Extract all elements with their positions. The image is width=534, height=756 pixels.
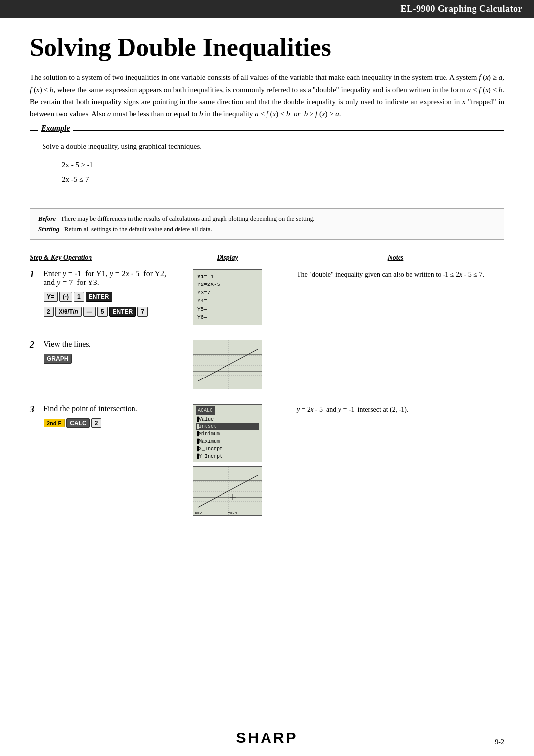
key-7[interactable]: 7 xyxy=(137,307,148,317)
key-neg[interactable]: (-) xyxy=(59,292,72,302)
key-calc[interactable]: CALC xyxy=(66,418,89,428)
example-box: Example Solve a double inequality, using… xyxy=(30,130,504,196)
key-1[interactable]: 1 xyxy=(74,292,84,302)
menu-item-3-minimum: ▐Minimum xyxy=(196,430,259,438)
calc-screen-graph-2 xyxy=(193,340,262,389)
starting-text: Return all settings to the default value… xyxy=(64,225,212,233)
starting-label: Starting xyxy=(38,225,59,233)
screen-line-6: Y6= xyxy=(197,313,258,322)
page-title: Solving Double Inequalities xyxy=(30,33,504,61)
menu-item-2-intsct: ▐Intsct xyxy=(196,423,259,430)
menu-item-4-maximum: ▐Maximum xyxy=(196,438,259,445)
example-label: Example xyxy=(38,124,73,133)
step-3-notes: y = 2x - 5 and y = -1 intersect at (2, -… xyxy=(287,404,504,415)
menu-item-5-xincrpt: ▐X_Incrpt xyxy=(196,445,259,453)
svg-text:X=2: X=2 xyxy=(195,511,202,515)
page-header: EL-9900 Graphing Calculator xyxy=(0,0,534,18)
step-2-description: View the lines. xyxy=(44,340,90,349)
svg-rect-0 xyxy=(193,340,262,389)
step-3-operation: 3 Find the point of intersection. 2nd F … xyxy=(30,404,168,428)
step-1-operation: 1 Enter y = -1 for Y1, y = 2x - 5 for Y2… xyxy=(30,269,168,317)
step-2-text: View the lines. GRAPH xyxy=(44,340,90,364)
step-row-1: 1 Enter y = -1 for Y1, y = 2x - 5 for Y2… xyxy=(30,269,504,325)
before-line: Before There may be differences in the r… xyxy=(38,214,496,224)
step-1-notes: The "double" inequality given can also b… xyxy=(287,269,504,280)
notice-box: Before There may be differences in the r… xyxy=(30,208,504,240)
step-row-2: 2 View the lines. GRAPH xyxy=(30,340,504,389)
svg-rect-8 xyxy=(193,467,262,516)
key-2nd-f[interactable]: 2nd F xyxy=(44,419,65,427)
starting-line: Starting Return all settings to the defa… xyxy=(38,224,496,235)
step-1-number: 1 xyxy=(30,269,39,317)
col-header-notes: Notes xyxy=(287,254,504,262)
key-enter-1[interactable]: ENTER xyxy=(86,292,113,302)
screen-line-3: Y3=7 xyxy=(197,289,258,297)
calc-screen-graph-3: X=2 Y=-1 xyxy=(193,466,262,516)
key-2[interactable]: 2 xyxy=(44,307,54,317)
example-equations: 2x - 5 ≥ -1 2x -5 ≤ 7 xyxy=(62,158,492,186)
sharp-logo: SHARP xyxy=(236,729,298,746)
step-1-text: Enter y = -1 for Y1, y = 2x - 5 for Y2, … xyxy=(44,269,168,317)
graph-svg-2 xyxy=(193,340,262,389)
intro-paragraph: The solution to a system of two inequali… xyxy=(30,71,504,120)
step-1-keys-row1: Y= (-) 1 ENTER xyxy=(44,292,168,302)
key-y-equals[interactable]: Y= xyxy=(44,292,58,302)
step-2-operation: 2 View the lines. GRAPH xyxy=(30,340,168,364)
step-2-number: 2 xyxy=(30,340,39,364)
step-3-text: Find the point of intersection. 2nd F CA… xyxy=(44,404,137,428)
header-title: EL-9900 Graphing Calculator xyxy=(400,4,522,14)
svg-text:Y=-1: Y=-1 xyxy=(228,511,237,515)
graph-svg-3: X=2 Y=-1 xyxy=(193,467,262,516)
step-1-keys-row2: 2 X/θ/T/n — 5 ENTER 7 xyxy=(44,307,168,317)
menu-item-6-yincrpt: ▐Y_Incrpt xyxy=(196,453,259,460)
menu-acalc-label: ACALC xyxy=(196,406,215,415)
example-content: Solve a double inequality, using graphic… xyxy=(42,142,492,186)
screen-line-1: Y1=-1 xyxy=(197,273,258,281)
equation-2: 2x -5 ≤ 7 xyxy=(62,172,492,187)
screen-line-5: Y5= xyxy=(197,305,258,314)
step-1-description: Enter y = -1 for Y1, y = 2x - 5 for Y2, … xyxy=(44,269,168,287)
before-text: There may be differences in the results … xyxy=(61,215,315,222)
step-3-keys: 2nd F CALC 2 xyxy=(44,418,137,428)
example-task: Solve a double inequality, using graphic… xyxy=(42,142,202,150)
equation-1: 2x - 5 ≥ -1 xyxy=(62,158,492,172)
key-5[interactable]: 5 xyxy=(97,307,108,317)
step-row-3: 3 Find the point of intersection. 2nd F … xyxy=(30,404,504,516)
calc-screen-1: Y1=-1 Y2=2X-5 Y3=7 Y4= Y5= Y6= xyxy=(193,269,262,325)
steps-section: Step & Key Operation Display Notes 1 Ent… xyxy=(30,254,504,516)
step-1-display: Y1=-1 Y2=2X-5 Y3=7 Y4= Y5= Y6= xyxy=(168,269,287,325)
before-label: Before xyxy=(38,215,56,222)
key-xthetan[interactable]: X/θ/T/n xyxy=(55,307,82,317)
menu-header-row: ACALC xyxy=(196,406,259,415)
step-3-number: 3 xyxy=(30,404,39,428)
key-graph[interactable]: GRAPH xyxy=(44,354,72,364)
main-content: Solving Double Inequalities The solution… xyxy=(0,18,534,560)
key-2-step3[interactable]: 2 xyxy=(91,418,102,428)
step-3-description: Find the point of intersection. xyxy=(44,404,137,413)
calc-screen-menu-3: ACALC ▐Value ▐Intsct ▐Minimum ▐Maximum ▐… xyxy=(193,404,262,462)
step-2-keys: GRAPH xyxy=(44,354,90,364)
key-enter-2[interactable]: ENTER xyxy=(109,307,136,317)
page-number: 9-2 xyxy=(495,738,504,746)
menu-item-1-value: ▐Value xyxy=(196,416,259,423)
key-minus[interactable]: — xyxy=(83,307,96,317)
screen-line-4: Y4= xyxy=(197,297,258,305)
steps-header: Step & Key Operation Display Notes xyxy=(30,254,504,264)
step-3-screens: ACALC ▐Value ▐Intsct ▐Minimum ▐Maximum ▐… xyxy=(193,404,262,516)
footer: SHARP xyxy=(0,729,534,746)
screen-line-2: Y2=2X-5 xyxy=(197,281,258,289)
step-2-display xyxy=(168,340,287,389)
col-header-display: Display xyxy=(168,254,287,262)
step-3-display: ACALC ▐Value ▐Intsct ▐Minimum ▐Maximum ▐… xyxy=(168,404,287,516)
col-header-step: Step & Key Operation xyxy=(30,254,168,262)
